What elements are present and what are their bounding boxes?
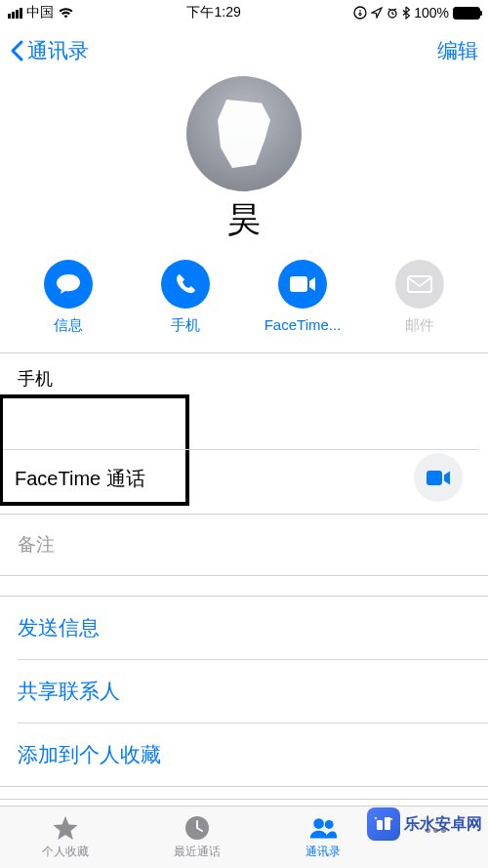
clock-icon <box>183 814 212 842</box>
svg-rect-9 <box>385 817 390 830</box>
facetime-video-button[interactable] <box>414 453 463 502</box>
battery-pct: 100% <box>414 5 449 21</box>
call-label: 手机 <box>171 316 200 335</box>
svg-rect-2 <box>290 276 307 292</box>
divider <box>3 449 478 450</box>
svg-point-6 <box>313 818 324 829</box>
contacts-icon <box>308 814 338 842</box>
status-right: 100% <box>353 5 480 21</box>
edit-button[interactable]: 编辑 <box>437 37 478 64</box>
alarm-icon <box>386 7 398 19</box>
svg-rect-3 <box>408 276 431 292</box>
status-left: 中国 <box>8 4 74 21</box>
location-icon <box>371 7 383 19</box>
status-bar: 中国 下午1:29 100% <box>0 0 488 25</box>
nav-bar: 通讯录 编辑 <box>0 25 488 76</box>
facetime-button[interactable]: FaceTime... <box>261 260 345 335</box>
phone-section: 手机 <box>0 353 488 391</box>
chevron-left-icon <box>10 39 25 62</box>
video-icon <box>426 470 451 486</box>
message-button[interactable]: 信息 <box>26 260 110 335</box>
mail-label: 邮件 <box>405 316 434 335</box>
tab-favorites[interactable]: 个人收藏 <box>42 814 89 860</box>
status-time: 下午1:29 <box>186 4 240 21</box>
share-contact-link[interactable]: 共享联系人 <box>0 660 488 723</box>
svg-point-10 <box>375 817 378 820</box>
message-icon <box>44 260 93 309</box>
video-icon <box>278 260 327 309</box>
bluetooth-icon <box>402 6 410 20</box>
facetime-field-label: FaceTime 通话 <box>15 466 145 492</box>
facetime-label: FaceTime... <box>264 316 342 333</box>
phone-icon <box>161 260 210 309</box>
phone-field-label: 手机 <box>18 353 470 391</box>
tab-contacts[interactable]: 通讯录 <box>305 814 341 860</box>
mail-icon <box>395 260 444 309</box>
tab-recents[interactable]: 最近通话 <box>174 814 221 860</box>
contact-header: 昊 <box>0 76 488 242</box>
star-icon <box>51 814 80 842</box>
avatar <box>186 76 302 191</box>
tab-label: 通讯录 <box>305 844 341 860</box>
notes-field[interactable]: 备注 <box>0 515 488 575</box>
tab-label: 个人收藏 <box>42 844 89 860</box>
watermark-icon <box>367 807 400 841</box>
back-button[interactable]: 通讯录 <box>10 37 89 64</box>
battery-icon <box>453 7 480 20</box>
signal-icon <box>8 8 22 19</box>
redaction-box: FaceTime 通话 <box>0 394 189 506</box>
avatar-image <box>215 100 273 168</box>
add-favorite-link[interactable]: 添加到个人收藏 <box>0 723 488 786</box>
svg-rect-8 <box>377 820 383 830</box>
lock-rotation-icon <box>353 6 367 20</box>
tab-label: 最近通话 <box>174 844 221 860</box>
svg-rect-4 <box>427 471 442 485</box>
svg-point-11 <box>390 818 393 821</box>
mail-button: 邮件 <box>378 260 462 335</box>
message-label: 信息 <box>54 316 83 335</box>
contact-name: 昊 <box>227 197 262 242</box>
action-row: 信息 手机 FaceTime... 邮件 <box>0 242 488 352</box>
carrier-label: 中国 <box>26 4 54 21</box>
send-message-link[interactable]: 发送信息 <box>0 597 488 659</box>
watermark-text: 乐水安卓网 <box>404 814 482 835</box>
watermark: 乐水安卓网 <box>367 807 482 841</box>
call-button[interactable]: 手机 <box>143 260 227 335</box>
svg-point-7 <box>325 820 334 829</box>
back-label: 通讯录 <box>27 37 89 64</box>
wifi-icon <box>58 7 74 19</box>
